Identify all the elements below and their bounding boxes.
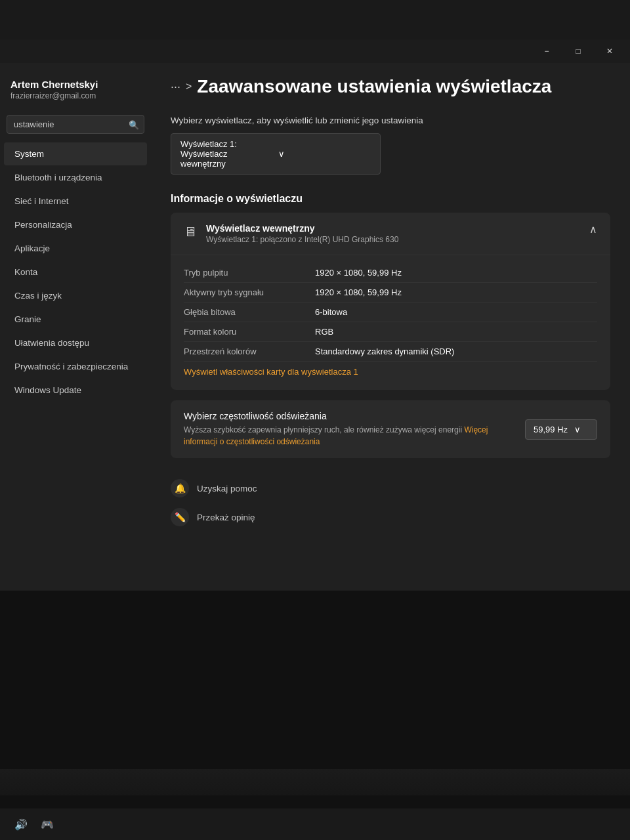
page-title: Zaawansowane ustawienia wyświetlacza [197,76,551,97]
sidebar: Artem Chernetskyi frazierraizer@gmail.co… [0,63,151,591]
info-value-color-format: RGB [315,327,333,337]
info-value-color-space: Standardowy zakres dynamiki (SDR) [315,346,454,356]
refresh-rate-card: Wybierz częstotliwość odświeżania Wyższa… [171,400,610,458]
get-help-item[interactable]: 🔔 Uzyskaj pomoc [171,474,610,503]
display-dropdown-value: Wyświetlacz 1: Wyświetlacz wewnętrzny [180,139,273,169]
info-row-color-space: Przestrzeń kolorów Standardowy zakres dy… [184,342,597,362]
sidebar-item-accessibility[interactable]: Ułatwienia dostępu [4,331,147,354]
maximize-button[interactable]: □ [563,41,593,62]
refresh-desc-text: Wyższa szybkość zapewnia płynniejszy ruc… [184,425,462,434]
close-button[interactable]: ✕ [595,41,625,62]
user-info: Artem Chernetskyi frazierraizer@gmail.co… [0,71,151,111]
info-label-active-signal: Aktywny tryb sygnału [184,287,315,297]
collapse-button[interactable]: ∧ [589,223,597,236]
info-row-active-signal: Aktywny tryb sygnału 1920 × 1080, 59,99 … [184,283,597,303]
info-label-color-format: Format koloru [184,327,315,337]
info-value-active-signal: 1920 × 1080, 59,99 Hz [315,287,402,297]
keyboard-row [0,769,630,795]
taskbar-app-icon[interactable]: 🎮 [37,814,58,835]
properties-link-container: Wyświetl właściwości karty dla wyświetla… [184,362,597,379]
taskbar-area: 🔊 🎮 [0,591,630,840]
settings-window: − □ ✕ Artem Chernetskyi frazierraizer@gm… [0,39,630,591]
info-row-bit-depth: Głębia bitowa 6-bitowa [184,303,597,322]
page-header: ··· > Zaawansowane ustawienia wyświetlac… [171,76,610,97]
info-label-bit-depth: Głębia bitowa [184,307,315,317]
info-row-desktop-mode: Tryb pulpitu 1920 × 1080, 59,99 Hz [184,263,597,283]
refresh-desc: Wyższa szybkość zapewnia płynniejszy ruc… [184,424,514,448]
display-sub: Wyświetlacz 1: połączono z Intel(R) UHD … [206,235,398,244]
get-help-icon: 🔔 [171,479,189,497]
feedback-icon: ✏️ [171,508,189,526]
sidebar-item-time[interactable]: Czas i język [4,284,147,307]
sidebar-item-privacy[interactable]: Prywatność i zabezpieczenia [4,355,147,378]
user-name: Artem Chernetskyi [10,79,140,90]
info-label-color-space: Przestrzeń kolorów [184,346,315,356]
info-rows: Tryb pulpitu 1920 × 1080, 59,99 Hz Aktyw… [171,255,610,390]
display-name: Wyświetlacz wewnętrzny [206,223,398,234]
info-card-header-left: 🖥 Wyświetlacz wewnętrzny Wyświetlacz 1: … [184,223,398,244]
sidebar-item-gaming[interactable]: Granie [4,308,147,331]
taskbar-volume-icon[interactable]: 🔊 [10,814,32,835]
info-section-heading: Informacje o wyświetlaczu [171,193,610,205]
refresh-rate-value: 59,99 Hz [534,425,568,434]
display-selector-label: Wybierz wyświetlacz, aby wyświetlić lub … [171,116,610,125]
search-box: 🔍 [7,115,144,134]
info-row-color-format: Format koloru RGB [184,322,597,342]
monitor-icon: 🖥 [184,224,197,240]
refresh-card-text: Wybierz częstotliwość odświeżania Wyższa… [184,411,514,448]
sidebar-item-bluetooth[interactable]: Bluetooth i urządzenia [4,166,147,189]
sidebar-item-accounts[interactable]: Konta [4,261,147,284]
search-input[interactable] [7,115,144,134]
refresh-dropdown-chevron-icon: ∨ [574,425,581,434]
display-header-text: Wyświetlacz wewnętrzny Wyświetlacz 1: po… [206,223,398,244]
sidebar-nav: System Bluetooth i urządzenia Sieć i Int… [0,142,151,591]
main-content: ··· > Zaawansowane ustawienia wyświetlac… [151,63,630,591]
keyboard-area [0,591,630,808]
sidebar-item-windows-update[interactable]: Windows Update [4,379,147,402]
refresh-rate-dropdown[interactable]: 59,99 Hz ∨ [525,419,597,440]
get-help-label: Uzyskaj pomoc [197,484,257,494]
help-section: 🔔 Uzyskaj pomoc ✏️ Przekaż opinię [171,474,610,532]
feedback-label: Przekaż opinię [197,513,255,522]
info-label-desktop-mode: Tryb pulpitu [184,268,315,278]
search-icon: 🔍 [129,119,139,129]
sidebar-item-personalization[interactable]: Personalizacja [4,213,147,236]
title-bar: − □ ✕ [0,39,630,63]
window-controls: − □ ✕ [532,41,625,62]
refresh-title: Wybierz częstotliwość odświeżania [184,411,514,421]
display-properties-link[interactable]: Wyświetl właściwości karty dla wyświetla… [184,362,358,379]
sidebar-item-network[interactable]: Sieć i Internet [4,190,147,213]
info-value-bit-depth: 6-bitowa [315,307,347,317]
bell-icon: 🔔 [175,483,186,494]
sidebar-item-apps[interactable]: Aplikacje [4,237,147,260]
taskbar: 🔊 🎮 [0,808,630,840]
info-card-header: 🖥 Wyświetlacz wewnętrzny Wyświetlacz 1: … [171,213,610,255]
breadcrumb-chevron: > [186,81,192,93]
info-value-desktop-mode: 1920 × 1080, 59,99 Hz [315,268,402,278]
window-body: Artem Chernetskyi frazierraizer@gmail.co… [0,63,630,591]
user-email: frazierraizer@gmail.com [10,91,140,100]
breadcrumb-dots[interactable]: ··· [171,80,180,94]
sidebar-item-system[interactable]: System [4,142,147,165]
feedback-item[interactable]: ✏️ Przekaż opinię [171,503,610,532]
chevron-down-icon: ∨ [278,149,371,159]
pencil-icon: ✏️ [175,512,186,522]
display-dropdown[interactable]: Wyświetlacz 1: Wyświetlacz wewnętrzny ∨ [171,133,381,175]
display-info-card: 🖥 Wyświetlacz wewnętrzny Wyświetlacz 1: … [171,213,610,390]
minimize-button[interactable]: − [532,41,562,62]
